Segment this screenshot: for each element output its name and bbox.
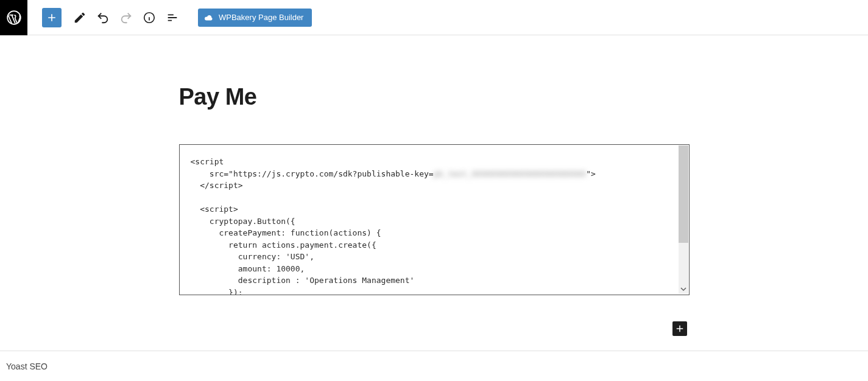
undo-button[interactable] [92,7,114,29]
details-button[interactable] [138,7,160,29]
code-content[interactable]: <script src="https://js.crypto.com/sdk?p… [180,145,689,295]
code-scrollbar[interactable] [679,145,688,294]
edit-mode-button[interactable] [69,7,91,29]
footer-panel[interactable]: Yoast SEO [0,351,868,381]
chevron-down-icon [680,286,686,292]
scrollbar-down-button[interactable] [679,284,688,294]
wordpress-logo[interactable] [0,0,27,35]
wordpress-icon [6,10,22,26]
editor-canvas: Pay Me <script src="https://js.crypto.co… [0,35,868,351]
outline-button[interactable] [161,7,183,29]
redo-button [115,7,137,29]
editor-toolbar: WPBakery Page Builder [0,0,868,35]
custom-html-block[interactable]: <script src="https://js.crypto.com/sdk?p… [179,144,690,295]
undo-icon [96,11,110,24]
append-block-button[interactable] [672,321,687,336]
plus-icon [674,323,685,334]
wpbakery-label: WPBakery Page Builder [219,13,303,22]
append-block-area [672,321,687,336]
info-icon [143,11,156,24]
list-icon [166,11,179,24]
yoast-panel-label: Yoast SEO [6,362,48,371]
blurred-api-key: pk_test_XXXXXXXXXXXXXXXXXXXXXXXX [434,169,586,178]
redo-icon [119,11,133,24]
scrollbar-thumb[interactable] [679,145,688,243]
post-title[interactable]: Pay Me [179,84,690,110]
wpbakery-button[interactable]: WPBakery Page Builder [198,9,312,27]
plus-icon [46,12,58,24]
add-block-button[interactable] [42,8,62,27]
pencil-icon [73,11,86,24]
cloud-icon [203,13,214,22]
